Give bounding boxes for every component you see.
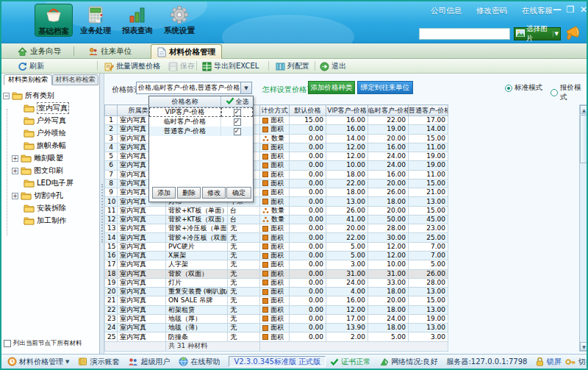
scrollbar-thumb[interactable]	[580, 115, 588, 163]
nav-report-button[interactable]: 报表查询	[118, 4, 157, 37]
radio-quote-mode[interactable]: 报价模式	[551, 83, 587, 102]
expand-icon[interactable]: +	[12, 155, 18, 162]
toplink-1[interactable]: 修改密码	[476, 6, 507, 16]
cell-default: 0.00	[290, 305, 326, 314]
nav-settings-button[interactable]: 系统设置	[159, 4, 199, 37]
table-row[interactable]: 17室内写真人字架无面积0.003.0010.005.00	[105, 260, 448, 269]
popup-add-button[interactable]: 添加	[152, 187, 176, 199]
tree-item[interactable]: 旗帜条幅	[24, 140, 66, 152]
tree-item[interactable]: 安装拆除	[24, 202, 66, 214]
tree-item[interactable]: +切割冲孔	[12, 190, 63, 202]
table-row[interactable]: 18室内写真背胶（双面）无面积0.0031.0031.0026.00	[105, 269, 448, 278]
radio-icon[interactable]	[505, 85, 512, 92]
tree-item[interactable]: 室内写真	[24, 102, 69, 114]
table-row[interactable]: 21室内写真ON SALE 吊牌无面积0.0016.0020.0015.00	[105, 296, 448, 305]
price-type-row[interactable]: 临时客户-价格	[149, 117, 253, 127]
table-row[interactable]: 13室内写真背胶+冷压板（单面）无面积0.0020.0028.0023.00	[105, 224, 448, 233]
bind-partner-button[interactable]: 绑定到往来单位	[357, 81, 413, 94]
popup-delete-button[interactable]: 删除	[177, 187, 201, 199]
column-header-vip[interactable]: VIP客户-价格	[326, 105, 368, 116]
checkbox-icon[interactable]	[234, 109, 241, 116]
table-row[interactable]: 25室内写真防撞条无面积0.002.005.003.00	[105, 332, 448, 341]
tree-item[interactable]: +雕刻吸塑	[12, 152, 63, 164]
tab-category-search[interactable]: 材料类别检索	[4, 74, 52, 85]
search-input[interactable]	[419, 28, 510, 40]
tree-item[interactable]: 加工制作	[24, 215, 66, 227]
pricing-method: 面积	[262, 333, 287, 341]
toolbar-exit-button[interactable]: 退出	[320, 60, 346, 72]
checkbox-icon[interactable]	[234, 128, 241, 135]
tree-item[interactable]: LED电子屏	[24, 177, 74, 189]
maximize-button[interactable]: ❐	[564, 4, 576, 15]
checkbox-icon[interactable]	[4, 340, 11, 347]
toplink-0[interactable]: 公司信息	[431, 6, 462, 16]
tab-material-price[interactable]: 材料价格管理	[151, 44, 222, 59]
status-account[interactable]: 演示账套	[78, 357, 119, 367]
expand-icon[interactable]: +	[12, 168, 18, 174]
table-row[interactable]: 24室内写真地毯（薄）无面积0.0013.9018.0013.00	[105, 324, 448, 332]
table-row[interactable]: 22室内写真桁架租赁无面积0.0012.0018.0013.00	[105, 305, 448, 314]
status-help[interactable]: 在线帮助	[179, 357, 220, 367]
method-label: 面积	[270, 171, 284, 179]
toolbar-export-excel-button[interactable]: 导出到EXCEL	[202, 60, 259, 72]
price-type-row[interactable]: VIP客户-价格	[149, 107, 253, 117]
nav-base-archive-button[interactable]: 基础档案	[35, 4, 73, 37]
table-row[interactable]: 16室内写真X展架无面积0.005.0012.007.00	[105, 251, 448, 260]
radio-icon[interactable]	[551, 89, 558, 96]
column-header-no[interactable]	[105, 105, 118, 116]
price-type-checkbox[interactable]	[221, 107, 253, 117]
tab-partners[interactable]: 往来单位	[82, 45, 137, 58]
status-user[interactable]: 超级用户	[128, 357, 170, 367]
vertical-scrollbar[interactable]: ▲ ▼	[579, 104, 588, 352]
scroll-up-icon[interactable]: ▲	[580, 105, 588, 114]
tree-item[interactable]: +图文印刷	[12, 165, 63, 177]
toolbar-refresh-button[interactable]: 刷新	[18, 60, 44, 72]
column-header-default[interactable]: 默认价格	[290, 105, 326, 116]
price-type-name: 普通客户-价格	[149, 127, 221, 136]
status-lock-screen[interactable]: 锁屏	[536, 357, 561, 367]
close-button[interactable]: ✕	[578, 4, 588, 15]
tab-wizard[interactable]: 业务向导	[12, 45, 67, 58]
table-row[interactable]: 19室内写真灯片无面积0.0024.0033.0028.00	[105, 278, 448, 287]
expand-icon[interactable]: +	[12, 193, 18, 199]
popup-confirm-button[interactable]: 确定	[226, 187, 251, 199]
radio-standard-mode[interactable]: 标准模式	[505, 83, 542, 93]
price-filter-combo[interactable]: 价格,临时客户-价格,普通客户-价格 ▼	[136, 82, 252, 94]
scroll-down-icon[interactable]: ▼	[580, 342, 588, 351]
tree-item[interactable]: 户外喷绘	[24, 127, 66, 139]
switch-user-button[interactable]: 切换用户	[565, 357, 588, 367]
list-all-checkbox-row[interactable]: 列出当前节点下所有材料	[4, 339, 82, 348]
collapse-icon[interactable]: −	[3, 93, 10, 99]
table-row[interactable]: 23室内写真地毯（厚）无面积0.0017.0024.0019.00	[105, 314, 448, 323]
tab-name-search[interactable]: 材料名称检索	[52, 74, 98, 85]
cell-category: 室内写真	[118, 215, 166, 224]
tree-root[interactable]: −所有类别	[3, 90, 54, 102]
select-all-header[interactable]: 全选	[221, 96, 253, 107]
table-row[interactable]: 14室内写真背胶+冷压板（双面）无面积0.0022.0030.0025.00	[105, 233, 448, 242]
column-header-method[interactable]: 计价方式	[260, 105, 290, 116]
column-header-temp[interactable]: 临时客户-价格	[368, 105, 409, 116]
price-type-checkbox[interactable]	[221, 127, 253, 136]
horn-icon[interactable]	[564, 24, 582, 44]
table-row[interactable]: 11室内写真背胶+KT板（单面）台数量0.0026.0020.0015.00	[105, 206, 448, 215]
toolbar-batch-adjust-price-button[interactable]: 批量调整价格	[104, 60, 160, 72]
choose-image-button[interactable]: 选择图片 ▼	[514, 27, 561, 40]
nav-business-button[interactable]: 业务处理	[76, 4, 115, 37]
tree-item[interactable]: 户外写真	[24, 115, 66, 127]
add-price-type-button[interactable]: 添加价格种类	[308, 81, 355, 94]
popup-modify-button[interactable]: 修改	[202, 187, 226, 199]
toolbar-column-config-button[interactable]: 列配置	[276, 60, 309, 72]
status-module[interactable]: 材料价格管理▼	[7, 357, 69, 367]
cell-name: 重复安装费 (喇叭旗/门柱	[166, 288, 228, 296]
column-header-normal[interactable]: 普通客户-价格	[409, 105, 448, 116]
price-type-checkbox[interactable]	[221, 117, 253, 127]
toplink-2[interactable]: 在线客服	[522, 6, 553, 16]
combo-arrow-icon[interactable]: ▼	[240, 82, 251, 93]
how-to-set-price-link[interactable]: 怎样设置价格?	[262, 85, 310, 95]
table-row[interactable]: 15室内写真PVC硬片无面积0.005.0012.007.00	[105, 242, 448, 251]
table-row[interactable]: 12室内写真背胶+KT板（双面）台数量0.0041.0050.0045.00	[105, 215, 448, 224]
table-row[interactable]: 20室内写真重复安装费 (喇叭旗/门柱无面积0.004.0018.0013.00	[105, 288, 448, 296]
minimize-button[interactable]: —	[551, 4, 563, 15]
price-type-row[interactable]: 普通客户-价格	[149, 127, 253, 136]
checkbox-icon[interactable]	[234, 118, 241, 126]
